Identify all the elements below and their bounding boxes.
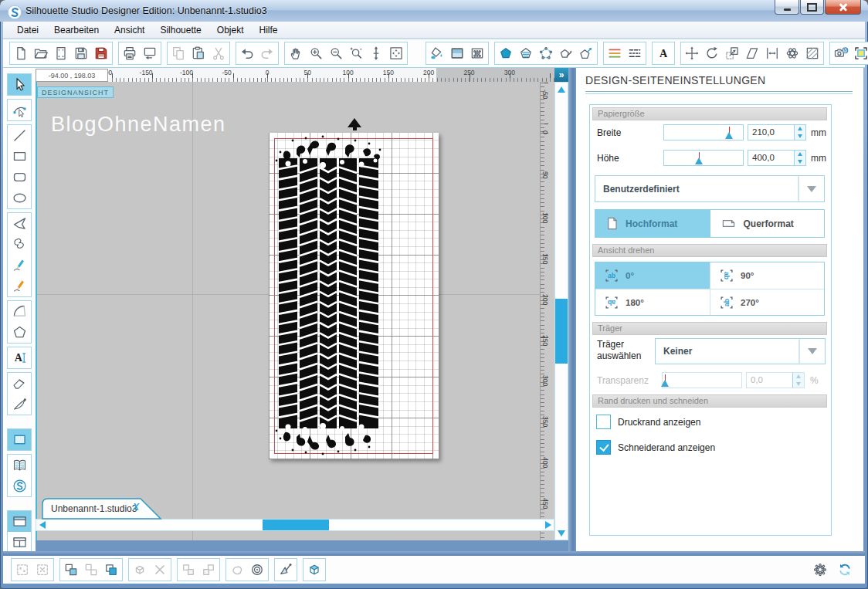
document-tab[interactable]: Unbenannt-1.studio3 X <box>42 498 162 520</box>
regular-polygon-tool-icon[interactable] <box>8 322 31 343</box>
rotate-options-icon[interactable] <box>702 43 722 63</box>
sync-icon[interactable] <box>836 560 854 579</box>
fill-gradient-icon[interactable] <box>447 43 467 63</box>
close-button[interactable] <box>825 0 861 15</box>
minimize-button[interactable] <box>775 0 799 15</box>
menu-hilfe[interactable]: Hilfe <box>251 23 285 37</box>
line-tool-icon[interactable] <box>8 125 31 146</box>
polygon-magic-icon[interactable] <box>556 43 576 63</box>
nesting-options-icon[interactable] <box>802 43 822 63</box>
scroll-left-arrow[interactable] <box>36 520 48 530</box>
polygon-fill-icon[interactable] <box>496 43 516 63</box>
replicate-options-icon[interactable] <box>782 43 802 63</box>
bring-to-front-icon[interactable] <box>101 560 121 580</box>
text-options-icon[interactable]: A <box>653 43 673 63</box>
store-panel-icon[interactable] <box>8 476 31 496</box>
trace-icon[interactable] <box>276 560 296 580</box>
panel-splitter[interactable] <box>568 68 576 551</box>
width-spinner[interactable] <box>794 125 805 140</box>
knife-tool-icon[interactable] <box>8 394 31 415</box>
menu-datei[interactable]: Datei <box>9 23 46 37</box>
eraser-tool-icon[interactable] <box>8 373 31 394</box>
rotate-0-button[interactable]: ab0° <box>595 262 710 289</box>
concentric-icon[interactable] <box>247 560 267 580</box>
polygon-offset-icon[interactable] <box>576 43 596 63</box>
rounded-rectangle-tool-icon[interactable] <box>8 167 31 188</box>
send-to-silhouette-icon[interactable] <box>140 43 160 63</box>
settings-gear-icon[interactable] <box>811 560 829 579</box>
scroll-right-arrow[interactable] <box>542 520 554 530</box>
maximize-button[interactable] <box>800 0 824 15</box>
height-spinner[interactable] <box>794 151 805 165</box>
landscape-button[interactable]: Querformat <box>710 210 825 237</box>
curve-tool-icon[interactable] <box>8 234 31 255</box>
rotate-180-button[interactable]: ab180° <box>595 289 710 315</box>
pan-icon[interactable] <box>286 43 306 63</box>
menu-ansicht[interactable]: Ansicht <box>107 23 152 37</box>
point-edit-tool-icon[interactable] <box>8 100 31 120</box>
page-panel-icon[interactable] <box>8 429 31 450</box>
design-page[interactable] <box>269 133 439 459</box>
cut-border-checkbox[interactable] <box>596 440 611 455</box>
polygon-gradient-icon[interactable] <box>516 43 536 63</box>
polygon-tool-icon[interactable] <box>8 213 31 234</box>
move-options-icon[interactable] <box>682 43 702 63</box>
vertical-scroll-track[interactable] <box>554 82 568 540</box>
expand-panel-button[interactable]: » <box>554 68 568 82</box>
tire-track-design[interactable] <box>269 133 439 459</box>
zoom-out-icon[interactable] <box>326 43 346 63</box>
smooth-freehand-tool-icon[interactable] <box>8 276 31 296</box>
freehand-tool-icon[interactable] <box>8 255 31 276</box>
emboss-icon[interactable] <box>304 560 324 580</box>
menu-objekt[interactable]: Objekt <box>209 23 252 37</box>
zoom-in-icon[interactable] <box>306 43 326 63</box>
rectangle-tool-icon[interactable] <box>8 146 31 167</box>
save-to-library-icon[interactable] <box>91 43 111 63</box>
arc-tool-icon[interactable] <box>8 301 31 322</box>
print-icon[interactable] <box>120 43 140 63</box>
undo-icon[interactable] <box>237 43 257 63</box>
zoom-drag-icon[interactable] <box>366 43 386 63</box>
registration-marks-icon[interactable] <box>851 43 868 63</box>
height-slider[interactable] <box>663 150 744 166</box>
ellipse-tool-icon[interactable] <box>8 188 31 208</box>
vertical-scrollbar[interactable]: » <box>554 68 568 551</box>
fill-color-icon[interactable] <box>427 43 447 63</box>
scale-options-icon[interactable] <box>722 43 742 63</box>
line-style-icon[interactable] <box>625 43 645 63</box>
save-document-icon[interactable] <box>71 43 91 63</box>
portrait-button[interactable]: Hochformat <box>595 210 710 237</box>
width-slider[interactable] <box>663 124 744 140</box>
line-color-icon[interactable] <box>605 43 625 63</box>
print-border-checkbox[interactable] <box>596 415 611 429</box>
document-tab-close[interactable]: X <box>133 502 139 513</box>
horizontal-scroll-thumb[interactable] <box>263 520 329 530</box>
polygon-pattern-icon[interactable] <box>536 43 556 63</box>
library-panel-icon[interactable] <box>8 455 31 476</box>
horizontal-scroll-track[interactable] <box>48 520 542 530</box>
single-view-icon[interactable] <box>8 511 31 532</box>
menu-bearbeiten[interactable]: Bearbeiten <box>46 23 107 37</box>
spacing-options-icon[interactable] <box>762 43 782 63</box>
rotate-90-button[interactable]: ab90° <box>710 262 824 289</box>
group-objects-icon[interactable] <box>61 560 81 580</box>
paste-icon[interactable] <box>188 43 209 63</box>
rotate-270-button[interactable]: ab270° <box>710 289 824 315</box>
paper-preset-dropdown[interactable]: Benutzerdefiniert <box>595 175 825 202</box>
select-tool-icon[interactable] <box>8 74 31 95</box>
split-view-icon[interactable] <box>8 532 31 553</box>
workspace[interactable]: BlogOhneNamen <box>36 82 554 540</box>
shear-options-icon[interactable] <box>742 43 762 63</box>
new-document-icon[interactable] <box>11 43 31 63</box>
text-tool-icon[interactable]: A <box>8 347 31 368</box>
pixscan-icon[interactable]: M <box>831 43 851 63</box>
width-input[interactable]: 210,0 <box>748 124 806 140</box>
library-document-icon[interactable] <box>51 43 71 63</box>
zoom-selection-icon[interactable] <box>346 43 366 63</box>
menu-silhouette[interactable]: Silhouette <box>152 23 209 37</box>
media-dropdown[interactable]: Keiner <box>655 338 826 364</box>
open-document-icon[interactable] <box>31 43 51 63</box>
height-input[interactable]: 400,0 <box>748 150 806 166</box>
scroll-down-arrow[interactable] <box>555 527 568 539</box>
scroll-up-arrow[interactable] <box>555 83 568 95</box>
